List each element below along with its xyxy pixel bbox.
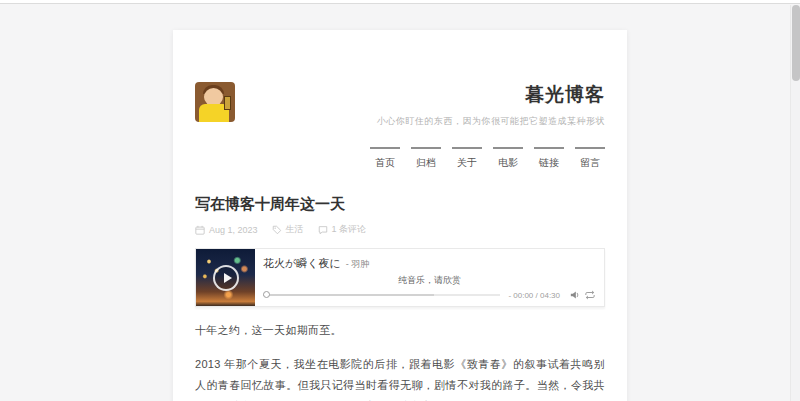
nav-item-message[interactable]: 留言: [575, 147, 605, 170]
tag-icon: [272, 225, 282, 235]
time-display: - 00:00 / 04:30: [508, 291, 560, 300]
nav-item-about[interactable]: 关于: [452, 147, 482, 170]
blog-card: 暮光博客 小心你盯住的东西，因为你很可能把它塑造成某种形状 首页 归档 关于 电…: [173, 30, 627, 401]
calendar-icon: [195, 225, 205, 235]
site-title[interactable]: 暮光博客: [377, 82, 605, 108]
post-date-label: Aug 1, 2023: [209, 225, 258, 235]
post-comments[interactable]: 1 条评论: [318, 223, 367, 236]
browser-chrome-edge: [0, 0, 800, 4]
progress-loaded: [263, 294, 434, 296]
post-comments-label[interactable]: 1 条评论: [332, 223, 367, 236]
song-title: 花火が瞬く夜に: [263, 256, 341, 271]
nav-item-links[interactable]: 链接: [534, 147, 564, 170]
comment-icon: [318, 225, 328, 235]
nav-item-movies[interactable]: 电影: [493, 147, 523, 170]
main-nav: 首页 归档 关于 电影 链接 留言: [195, 147, 605, 170]
site-header: 暮光博客 小心你盯住的东西，因为你很可能把它塑造成某种形状: [195, 82, 605, 128]
post-body: 十年之约，这一天如期而至。 2013 年那个夏天，我坐在电影院的后排，跟着电影《…: [195, 320, 605, 401]
post-paragraph: 十年之约，这一天如期而至。: [195, 320, 605, 341]
site-identity: 暮光博客 小心你盯住的东西，因为你很可能把它塑造成某种形状: [377, 82, 605, 128]
post: 写在博客十周年这一天 Aug 1, 2023 生活: [195, 195, 605, 401]
progress-bar[interactable]: [263, 290, 500, 300]
song-lyric: 纯音乐，请欣赏: [263, 274, 596, 287]
site-subtitle: 小心你盯住的东西，因为你很可能把它塑造成某种形状: [377, 115, 605, 128]
player-body: 花火が瞬く夜に - 羽肿 纯音乐，请欣赏 - 00:00 / 04:30: [255, 249, 604, 306]
post-category[interactable]: 生活: [272, 223, 304, 236]
post-paragraph: 2013 年那个夏天，我坐在电影院的后排，跟着电影《致青春》的叙事试着共鸣别人的…: [195, 354, 605, 401]
page-scrollbar[interactable]: [790, 5, 800, 401]
song-artist: - 羽肿: [346, 258, 370, 271]
site-avatar[interactable]: [195, 82, 235, 122]
progress-thumb[interactable]: [263, 291, 270, 298]
play-icon[interactable]: [213, 265, 239, 291]
post-category-label[interactable]: 生活: [286, 223, 304, 236]
post-meta: Aug 1, 2023 生活 1 条评论: [195, 223, 605, 236]
post-date: Aug 1, 2023: [195, 225, 258, 235]
player-controller: - 00:00 / 04:30: [263, 290, 596, 300]
avatar-art: [224, 96, 231, 110]
scrollbar-thumb[interactable]: [792, 5, 800, 81]
nav-item-archive[interactable]: 归档: [411, 147, 441, 170]
loop-order-icon[interactable]: [584, 290, 596, 300]
nav-item-home[interactable]: 首页: [370, 147, 400, 170]
audio-player: 花火が瞬く夜に - 羽肿 纯音乐，请欣赏 - 00:00 / 04:30: [195, 248, 605, 307]
volume-icon[interactable]: [570, 290, 580, 300]
album-art[interactable]: [196, 249, 255, 306]
song-row: 花火が瞬く夜に - 羽肿: [263, 256, 596, 271]
post-title[interactable]: 写在博客十周年这一天: [195, 195, 605, 214]
